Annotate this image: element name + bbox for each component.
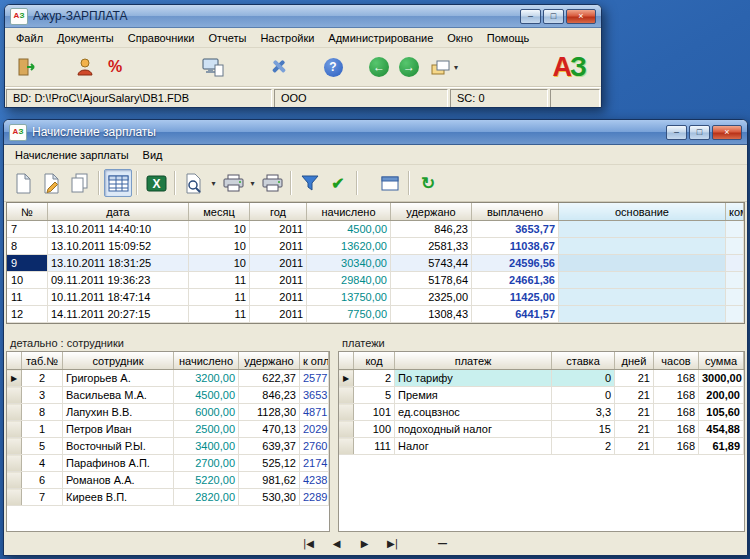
- table-row[interactable]: ▶2Григорьев А.3200,00622,372577,63: [7, 370, 329, 387]
- cell[interactable]: 6441,57: [472, 306, 559, 323]
- column-header[interactable]: дней: [615, 352, 654, 370]
- table-row[interactable]: 101ед.соцвзнос3,321168105,60: [339, 404, 744, 421]
- cell[interactable]: 11: [189, 289, 250, 306]
- cell[interactable]: 639,37: [239, 438, 300, 455]
- filter-button[interactable]: [296, 169, 324, 197]
- cell[interactable]: 09.11.2011 19:36:23: [48, 272, 189, 289]
- column-header[interactable]: платеж: [395, 352, 552, 370]
- cell[interactable]: 2011: [250, 306, 307, 323]
- cell[interactable]: 2011: [250, 272, 307, 289]
- table-row[interactable]: ▶2По тарифу0211683000,00: [339, 370, 744, 387]
- cell[interactable]: 4500,00: [174, 387, 239, 404]
- cell[interactable]: 622,37: [239, 370, 300, 387]
- cell[interactable]: 846,23: [391, 221, 472, 238]
- workstation-button[interactable]: [199, 53, 227, 81]
- cell[interactable]: [7, 455, 22, 472]
- salary-grid[interactable]: №датамесяцгодначисленоудержановыплаченоо…: [7, 203, 744, 323]
- cell[interactable]: 7: [22, 489, 63, 506]
- cell[interactable]: 8: [22, 404, 63, 421]
- cell[interactable]: 1: [22, 421, 63, 438]
- cell[interactable]: 200,00: [699, 387, 744, 404]
- table-row[interactable]: 1214.11.2011 20:27:151120117750,001308,4…: [7, 306, 744, 323]
- table-row[interactable]: 100подоходный налог1521168454,88: [339, 421, 744, 438]
- close-button[interactable]: ×: [712, 125, 742, 140]
- cell[interactable]: 11038,67: [472, 238, 559, 255]
- cell[interactable]: 21: [615, 370, 654, 387]
- cell[interactable]: 30340,00: [307, 255, 391, 272]
- cell[interactable]: 10: [189, 238, 250, 255]
- tools-button[interactable]: [265, 53, 293, 81]
- cell[interactable]: [559, 272, 726, 289]
- cell[interactable]: 3400,00: [174, 438, 239, 455]
- cell[interactable]: 981,62: [239, 472, 300, 489]
- cell[interactable]: [726, 289, 744, 306]
- print-dropdown-icon[interactable]: ▾: [247, 170, 258, 196]
- cell[interactable]: 11: [189, 272, 250, 289]
- cell[interactable]: 29840,00: [307, 272, 391, 289]
- cell[interactable]: [7, 489, 22, 506]
- nav-first-button[interactable]: |◀: [297, 535, 321, 553]
- cell[interactable]: [339, 421, 354, 438]
- cell[interactable]: 454,88: [699, 421, 744, 438]
- cell[interactable]: [726, 272, 744, 289]
- payments-grid[interactable]: кодплатежставкаднейчасовсумма▶2По тарифу…: [339, 352, 744, 455]
- cell[interactable]: [7, 438, 22, 455]
- column-header[interactable]: удержано: [391, 203, 472, 221]
- cell[interactable]: ▶: [7, 370, 22, 387]
- cell[interactable]: 2760,63: [300, 438, 329, 455]
- cell[interactable]: 2289,70: [300, 489, 329, 506]
- column-header[interactable]: к оплате: [300, 352, 329, 370]
- cell[interactable]: 1128,30: [239, 404, 300, 421]
- cell[interactable]: 2: [22, 370, 63, 387]
- quick-print-button[interactable]: [258, 169, 286, 197]
- cell[interactable]: [726, 238, 744, 255]
- cell[interactable]: 168: [654, 438, 699, 455]
- menu-reports[interactable]: Отчеты: [201, 31, 253, 45]
- column-header[interactable]: начислено: [307, 203, 391, 221]
- cell[interactable]: 3000,00: [699, 370, 744, 387]
- cell[interactable]: 525,12: [239, 455, 300, 472]
- menu-settings[interactable]: Настройки: [253, 31, 321, 45]
- maximize-button[interactable]: □: [689, 125, 710, 140]
- column-header[interactable]: коммен: [726, 203, 744, 221]
- percent-button[interactable]: %: [101, 53, 129, 81]
- cell[interactable]: 5743,44: [391, 255, 472, 272]
- preview-dropdown-icon[interactable]: ▾: [208, 170, 219, 196]
- column-header[interactable]: сумма: [699, 352, 744, 370]
- cell[interactable]: Васильева М.А.: [63, 387, 174, 404]
- column-header[interactable]: выплачено: [472, 203, 559, 221]
- maximize-button[interactable]: □: [543, 9, 564, 24]
- cell[interactable]: 13620,00: [307, 238, 391, 255]
- table-row[interactable]: 7Киреев В.П.2820,00530,302289,70: [7, 489, 329, 506]
- cell[interactable]: [7, 472, 22, 489]
- cell[interactable]: 5: [354, 387, 395, 404]
- cell[interactable]: [7, 421, 22, 438]
- cell[interactable]: 7: [7, 221, 48, 238]
- cell[interactable]: [7, 404, 22, 421]
- cell[interactable]: Премия: [395, 387, 552, 404]
- cell[interactable]: 101: [354, 404, 395, 421]
- cell[interactable]: 168: [654, 421, 699, 438]
- cell[interactable]: 2500,00: [174, 421, 239, 438]
- cell[interactable]: [339, 387, 354, 404]
- cell[interactable]: 4: [22, 455, 63, 472]
- column-header[interactable]: ставка: [552, 352, 615, 370]
- cell[interactable]: [339, 404, 354, 421]
- column-header[interactable]: начислено: [174, 352, 239, 370]
- cell[interactable]: 4500,00: [307, 221, 391, 238]
- cell[interactable]: 2011: [250, 238, 307, 255]
- column-header[interactable]: месяц: [189, 203, 250, 221]
- cell[interactable]: 530,30: [239, 489, 300, 506]
- help-button[interactable]: ?: [319, 53, 347, 81]
- menu-administration[interactable]: Администрирование: [321, 31, 440, 45]
- table-row[interactable]: 4Парафинов А.П.2700,00525,122174,88: [7, 455, 329, 472]
- column-header[interactable]: удержано: [239, 352, 300, 370]
- cell[interactable]: 24596,56: [472, 255, 559, 272]
- cell[interactable]: 11: [7, 289, 48, 306]
- cell[interactable]: подоходный налог: [395, 421, 552, 438]
- table-row[interactable]: 5Восточный Р.Ы.3400,00639,372760,63: [7, 438, 329, 455]
- menu-file[interactable]: Файл: [9, 31, 50, 45]
- cell[interactable]: 2: [552, 438, 615, 455]
- cell[interactable]: 10: [189, 221, 250, 238]
- cell[interactable]: Восточный Р.Ы.: [63, 438, 174, 455]
